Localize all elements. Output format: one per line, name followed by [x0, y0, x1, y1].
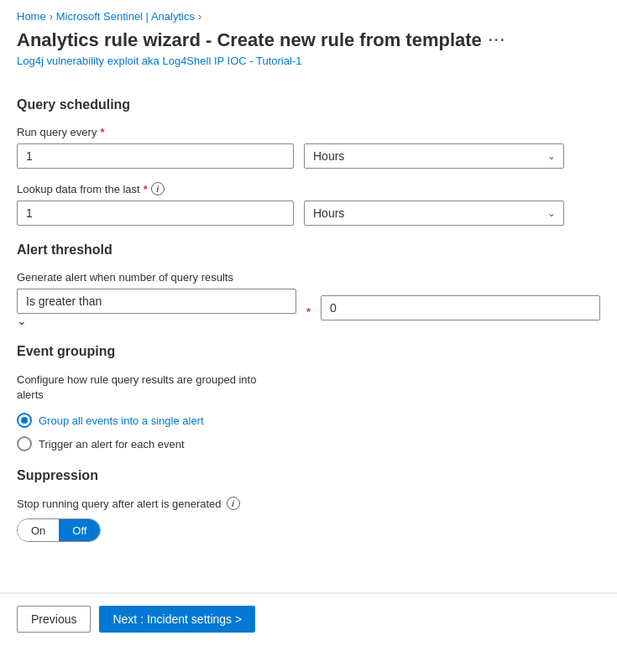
lookup-info-icon[interactable]: i [151, 182, 165, 195]
run-query-value-input[interactable] [17, 143, 294, 169]
breadcrumb-sep2: › [198, 11, 201, 23]
previous-button[interactable]: Previous [17, 606, 91, 633]
radio-trigger-each-event-label: Trigger an alert for each event [39, 438, 185, 451]
alert-threshold-fields: Is greater than Is less than Is equal to… [17, 289, 600, 327]
threshold-condition-chevron-icon: ⌄ [17, 314, 27, 327]
footer-bar: Previous Next : Incident settings > [0, 593, 617, 644]
breadcrumb-sep1: › [50, 11, 53, 23]
radio-group-all-events-label: Group all events into a single alert [39, 414, 204, 427]
lookup-required-star: * [144, 183, 148, 195]
radio-trigger-each-event[interactable]: Trigger an alert for each event [17, 436, 600, 451]
alert-threshold-label: Generate alert when number of query resu… [17, 271, 600, 284]
content-area: Query scheduling Run query every * Hours… [0, 97, 617, 576]
query-scheduling-title: Query scheduling [17, 97, 600, 112]
radio-group-all-events-circle [17, 413, 32, 428]
page-title: Analytics rule wizard - Create new rule … [17, 29, 482, 51]
suppression-label-text: Stop running query after alert is genera… [17, 497, 222, 510]
next-button[interactable]: Next : Incident settings > [99, 606, 255, 633]
threshold-condition-select-wrapper: Is greater than Is less than Is equal to… [17, 289, 296, 327]
suppression-title: Suppression [17, 468, 600, 483]
suppression-toggle-off[interactable]: Off [59, 519, 100, 541]
lookup-unit-select[interactable]: Hours Minutes Days [304, 201, 564, 226]
lookup-unit-select-wrapper: Hours Minutes Days ⌄ [304, 201, 564, 226]
run-query-unit-select-wrapper: Hours Minutes Days ⌄ [304, 143, 564, 169]
breadcrumb: Home › Microsoft Sentinel | Analytics › [0, 0, 617, 26]
suppression-toggle-on[interactable]: On [18, 519, 59, 541]
run-query-field-group: Run query every * Hours Minutes Days ⌄ [17, 126, 600, 169]
run-query-required-star: * [100, 126, 104, 138]
lookup-value-input[interactable] [17, 201, 294, 226]
page-title-container: Analytics rule wizard - Create new rule … [0, 26, 617, 53]
radio-group-all-events[interactable]: Group all events into a single alert [17, 413, 600, 428]
suppression-toggle-wrapper: On Off [17, 518, 600, 542]
alert-threshold-group: Generate alert when number of query resu… [17, 271, 600, 327]
threshold-value-wrapper [321, 295, 600, 320]
event-grouping-description: Configure how rule query results are gro… [17, 372, 285, 403]
lookup-row: Hours Minutes Days ⌄ [17, 201, 600, 226]
breadcrumb-home[interactable]: Home [17, 10, 46, 23]
threshold-required-star: * [306, 305, 311, 318]
threshold-condition-select[interactable]: Is greater than Is less than Is equal to… [17, 289, 296, 314]
lookup-field-group: Lookup data from the last * i Hours Minu… [17, 182, 600, 226]
run-query-row: Hours Minutes Days ⌄ [17, 143, 600, 169]
page-subtitle: Log4j vulnerability exploit aka Log4Shel… [0, 53, 617, 81]
run-query-label: Run query every * [17, 126, 600, 138]
radio-trigger-each-event-circle [17, 436, 32, 451]
suppression-info-icon[interactable]: i [227, 497, 240, 510]
event-grouping-radio-group: Group all events into a single alert Tri… [17, 413, 600, 451]
threshold-value-input[interactable] [321, 295, 600, 320]
event-grouping-title: Event grouping [17, 344, 600, 359]
suppression-label-row: Stop running query after alert is genera… [17, 497, 600, 510]
suppression-toggle[interactable]: On Off [17, 518, 101, 542]
breadcrumb-sentinel[interactable]: Microsoft Sentinel | Analytics [56, 10, 195, 23]
lookup-label: Lookup data from the last * i [17, 182, 600, 195]
alert-threshold-title: Alert threshold [17, 242, 600, 258]
ellipsis-button[interactable]: ··· [489, 32, 506, 49]
run-query-unit-select[interactable]: Hours Minutes Days [304, 143, 564, 169]
radio-group-all-events-dot [21, 417, 28, 424]
